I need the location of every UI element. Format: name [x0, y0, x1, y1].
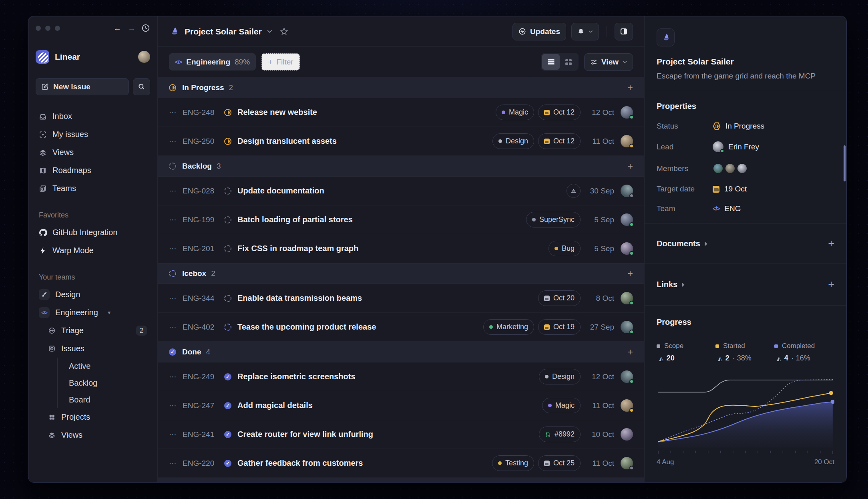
- avatar[interactable]: [621, 135, 633, 147]
- due-date-chip[interactable]: Oct 19: [538, 319, 581, 335]
- panel-project-description[interactable]: Escape from the game grid and reach the …: [657, 72, 834, 80]
- avatar[interactable]: [621, 106, 633, 119]
- issue-title[interactable]: Replace isometric screenshots: [237, 372, 356, 381]
- label-chip[interactable]: Bug: [549, 241, 581, 256]
- status-in-progress-icon[interactable]: [224, 138, 231, 145]
- integration-badge[interactable]: [567, 184, 581, 198]
- avatar[interactable]: [621, 428, 633, 441]
- team-filter-chip[interactable]: </> Engineering 89%: [169, 53, 256, 70]
- label-chip[interactable]: Design: [539, 369, 581, 384]
- label-chip[interactable]: Magic: [542, 398, 581, 413]
- due-date-chip[interactable]: Oct 20: [538, 290, 581, 306]
- status-backlog-icon[interactable]: [224, 187, 231, 195]
- sidebar-item-inbox[interactable]: Inbox: [36, 107, 150, 125]
- status-done-icon[interactable]: [224, 373, 231, 380]
- list-view-toggle[interactable]: [542, 54, 560, 70]
- issue-row[interactable]: ⋯ ENG-247 Add magical details Magic 11 O…: [158, 391, 644, 420]
- issue-row[interactable]: ⋯ ENG-028 Update documentation 30 Sep: [158, 177, 644, 205]
- issue-row[interactable]: ⋯ ENG-201 Fix CSS in roadmap team graph …: [158, 234, 644, 263]
- workspace-switcher[interactable]: Linear: [36, 44, 150, 69]
- lead-value[interactable]: Erin Frey: [713, 141, 759, 152]
- row-menu-icon[interactable]: ⋯: [169, 215, 183, 224]
- search-button[interactable]: [133, 78, 150, 95]
- avatar[interactable]: [621, 321, 633, 333]
- row-menu-icon[interactable]: ⋯: [169, 137, 183, 146]
- add-issue-icon[interactable]: +: [627, 161, 633, 172]
- issue-row[interactable]: ⋯ ENG-199 Batch loading of partial store…: [158, 205, 644, 234]
- team-value[interactable]: </>ENG: [713, 204, 741, 213]
- row-menu-icon[interactable]: ⋯: [169, 430, 183, 439]
- issue-title[interactable]: Design translucent assets: [237, 137, 337, 146]
- documents-toggle[interactable]: Documents: [657, 239, 708, 248]
- issue-row[interactable]: ⋯ ENG-250 Design translucent assets Desi…: [158, 127, 644, 156]
- sidebar-item-active[interactable]: Active: [66, 358, 150, 374]
- sidebar-item-team-views[interactable]: Views: [44, 426, 150, 444]
- issue-title[interactable]: Release new website: [237, 108, 317, 117]
- due-date-chip[interactable]: Oct 25: [538, 455, 581, 471]
- add-filter-button[interactable]: + Filter: [261, 53, 300, 70]
- avatar[interactable]: [621, 399, 633, 412]
- issue-row[interactable]: ⋯ ENG-241 Create router for view link un…: [158, 420, 644, 449]
- avatar[interactable]: [621, 213, 633, 226]
- add-issue-icon[interactable]: +: [627, 82, 633, 93]
- notifications-button[interactable]: [571, 23, 599, 40]
- status-in-progress-icon[interactable]: [224, 109, 231, 116]
- sidebar-item-team-design[interactable]: Design: [36, 286, 150, 304]
- status-done-icon[interactable]: [224, 460, 231, 467]
- history-clock-icon[interactable]: [141, 24, 150, 32]
- members-avatars[interactable]: [713, 163, 744, 174]
- pull-request-chip[interactable]: #8992: [539, 427, 581, 442]
- issue-title[interactable]: Update documentation: [237, 186, 324, 195]
- status-icebox-icon[interactable]: [224, 295, 231, 302]
- sidebar-item-projects[interactable]: Projects: [44, 408, 150, 426]
- row-menu-icon[interactable]: ⋯: [169, 294, 183, 303]
- add-link-icon[interactable]: +: [828, 278, 834, 291]
- toggle-right-panel-button[interactable]: [615, 23, 633, 40]
- sidebar-item-backlog[interactable]: Backlog: [66, 374, 150, 391]
- updates-button[interactable]: Updates: [512, 23, 566, 40]
- sidebar-item-my-issues[interactable]: My issues: [36, 125, 150, 143]
- sidebar-item-roadmaps[interactable]: Roadmaps: [36, 161, 150, 179]
- status-icebox-icon[interactable]: [224, 324, 231, 331]
- row-menu-icon[interactable]: ⋯: [169, 401, 183, 410]
- label-chip[interactable]: SuperSync: [526, 212, 581, 227]
- user-avatar[interactable]: [138, 51, 150, 63]
- due-date-chip[interactable]: Oct 12: [538, 105, 581, 120]
- status-done-icon[interactable]: [224, 402, 231, 409]
- avatar[interactable]: [621, 185, 633, 197]
- issue-title[interactable]: Tease the upcoming product release: [237, 322, 376, 332]
- view-options-button[interactable]: View: [584, 53, 633, 71]
- issue-row[interactable]: ⋯ ENG-249 Replace isometric screenshots …: [158, 362, 644, 391]
- sidebar-item-board[interactable]: Board: [66, 391, 150, 408]
- issue-title[interactable]: Add magical details: [237, 401, 313, 410]
- label-chip[interactable]: Magic: [496, 105, 534, 120]
- issue-title[interactable]: Fix CSS in roadmap team graph: [237, 244, 358, 253]
- project-icon-box[interactable]: [657, 28, 675, 46]
- target-date-value[interactable]: 19 Oct: [713, 185, 747, 193]
- avatar[interactable]: [621, 370, 633, 383]
- status-value[interactable]: In Progress: [713, 122, 764, 131]
- due-date-chip[interactable]: Oct 12: [538, 133, 581, 149]
- sidebar-item-team-engineering[interactable]: </> Engineering ▼: [36, 304, 150, 322]
- traffic-light-close[interactable]: [36, 26, 41, 31]
- chevron-down-icon[interactable]: ▼: [107, 310, 112, 316]
- status-backlog-icon[interactable]: [224, 245, 231, 252]
- row-menu-icon[interactable]: ⋯: [169, 459, 183, 468]
- row-menu-icon[interactable]: ⋯: [169, 244, 183, 253]
- avatar[interactable]: [621, 292, 633, 304]
- row-menu-icon[interactable]: ⋯: [169, 186, 183, 195]
- row-menu-icon[interactable]: ⋯: [169, 322, 183, 332]
- forward-arrow-icon[interactable]: →: [128, 24, 136, 33]
- sidebar-item-issues[interactable]: Issues: [44, 340, 150, 358]
- status-backlog-icon[interactable]: [224, 216, 231, 223]
- row-menu-icon[interactable]: ⋯: [169, 108, 183, 117]
- sidebar-item-warp-mode[interactable]: Warp Mode: [36, 241, 150, 260]
- add-issue-icon[interactable]: +: [627, 346, 633, 358]
- avatar[interactable]: [621, 242, 633, 255]
- row-menu-icon[interactable]: ⋯: [169, 372, 183, 381]
- new-issue-button[interactable]: New issue: [36, 78, 129, 95]
- add-document-icon[interactable]: +: [828, 237, 834, 250]
- label-chip[interactable]: Design: [492, 133, 534, 149]
- sidebar-item-triage[interactable]: Triage 2: [44, 322, 150, 340]
- chevron-down-icon[interactable]: [267, 30, 272, 33]
